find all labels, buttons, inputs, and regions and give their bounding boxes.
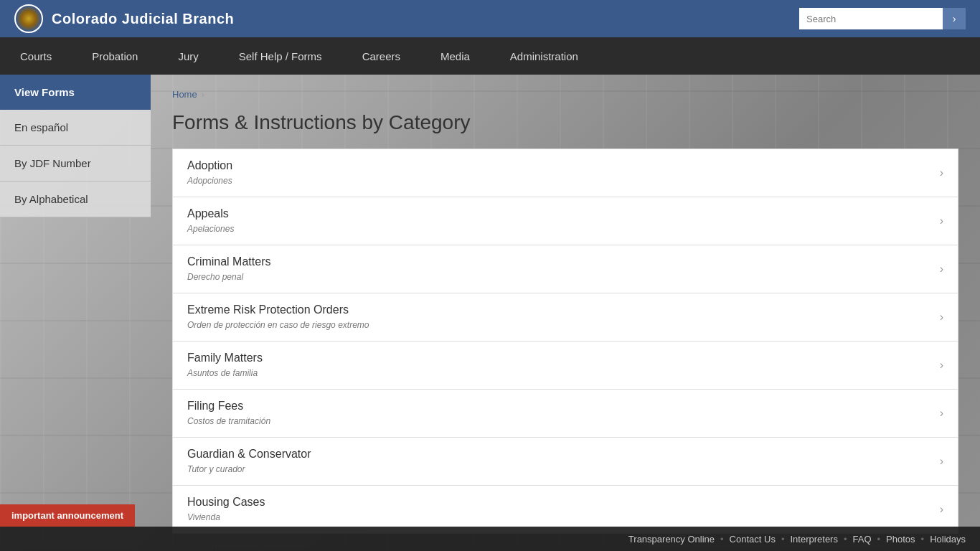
sidebar-item-jdf-number[interactable]: By JDF Number [0, 146, 151, 182]
page-title: Forms & Instructions by Category [172, 111, 958, 134]
nav-item-careers[interactable]: Careers [342, 37, 420, 75]
footer-link-faq[interactable]: FAQ [853, 534, 872, 545]
form-item-filing-fees[interactable]: Filing Fees Costos de tramitación › [173, 390, 958, 438]
footer-link-contact[interactable]: Contact Us [730, 534, 776, 545]
form-item-title: Family Matters [187, 352, 263, 364]
form-item-appeals[interactable]: Appeals Apelaciones › [173, 197, 958, 245]
content-wrapper: View Forms En español By JDF Number By A… [0, 75, 980, 551]
form-item-subtitle: Apelaciones [187, 224, 234, 234]
form-item-family-matters[interactable]: Family Matters Asuntos de familia › [173, 342, 958, 390]
chevron-right-icon: › [940, 455, 943, 468]
form-item-guardian-conservator[interactable]: Guardian & Conservator Tutor y curador › [173, 438, 958, 486]
chevron-right-icon: › [940, 359, 943, 372]
footer: Transparency Online • Contact Us • Inter… [0, 527, 980, 551]
form-item-title: Filing Fees [187, 400, 270, 413]
chevron-right-icon: › [940, 407, 943, 420]
chevron-right-icon: › [940, 215, 943, 227]
form-item-subtitle: Tutor y curador [187, 464, 245, 474]
chevron-right-icon: › [940, 311, 943, 324]
main-content: Home › Forms & Instructions by Category … [151, 75, 980, 551]
search-area: › [799, 8, 966, 29]
breadcrumb: Home › [172, 89, 958, 100]
form-category-list: Adoption Adopciones › Appeals Apelacione… [172, 149, 958, 534]
sidebar-item-alphabetical[interactable]: By Alphabetical [0, 182, 151, 217]
search-input[interactable] [799, 8, 943, 29]
sidebar: View Forms En español By JDF Number By A… [0, 75, 151, 217]
nav-item-media[interactable]: Media [420, 37, 490, 75]
header: Colorado Judicial Branch › [0, 0, 980, 37]
chevron-right-icon: › [940, 166, 943, 179]
form-item-title: Guardian & Conservator [187, 448, 311, 461]
breadcrumb-home[interactable]: Home [172, 89, 197, 100]
footer-separator: • [921, 534, 925, 545]
form-item-subtitle: Adopciones [187, 176, 232, 186]
chevron-right-icon: › [940, 263, 943, 276]
nav-item-self-help[interactable]: Self Help / Forms [219, 37, 342, 75]
footer-link-photos[interactable]: Photos [886, 534, 915, 545]
main-nav: Courts Probation Jury Self Help / Forms … [0, 37, 980, 75]
sidebar-item-view-forms[interactable]: View Forms [0, 75, 151, 110]
form-item-subtitle: Vivienda [187, 512, 220, 522]
breadcrumb-separator: › [202, 90, 204, 100]
form-item-subtitle: Orden de protección en caso de riesgo ex… [187, 320, 369, 330]
announcement-bar[interactable]: important announcement [0, 504, 135, 527]
nav-item-courts[interactable]: Courts [0, 37, 72, 75]
form-item-title: Adoption [187, 159, 232, 172]
form-item-title: Extreme Risk Protection Orders [187, 303, 369, 316]
footer-separator: • [781, 534, 785, 545]
form-item-subtitle: Asuntos de familia [187, 368, 258, 378]
footer-link-transparency[interactable]: Transparency Online [628, 534, 715, 545]
form-item-title: Criminal Matters [187, 255, 270, 268]
footer-link-interpreters[interactable]: Interpreters [790, 534, 837, 545]
search-button[interactable]: › [943, 8, 966, 29]
footer-separator: • [844, 534, 847, 545]
chevron-right-icon: › [940, 503, 943, 516]
form-item-criminal-matters[interactable]: Criminal Matters Derecho penal › [173, 245, 958, 293]
form-item-extreme-risk[interactable]: Extreme Risk Protection Orders Orden de … [173, 293, 958, 342]
form-item-subtitle: Derecho penal [187, 272, 243, 282]
form-item-adoption[interactable]: Adoption Adopciones › [173, 149, 958, 197]
footer-link-holidays[interactable]: Holidays [930, 534, 966, 545]
sidebar-item-en-espanol[interactable]: En español [0, 110, 151, 146]
nav-item-administration[interactable]: Administration [490, 37, 598, 75]
site-title: Colorado Judicial Branch [52, 11, 234, 27]
logo-area: Colorado Judicial Branch [14, 4, 234, 33]
form-item-title: Housing Cases [187, 496, 265, 509]
nav-item-jury[interactable]: Jury [158, 37, 218, 75]
form-item-title: Appeals [187, 207, 234, 220]
footer-separator: • [720, 534, 724, 545]
site-logo [14, 4, 43, 33]
nav-item-probation[interactable]: Probation [72, 37, 158, 75]
form-item-subtitle: Costos de tramitación [187, 416, 270, 426]
footer-separator: • [877, 534, 881, 545]
